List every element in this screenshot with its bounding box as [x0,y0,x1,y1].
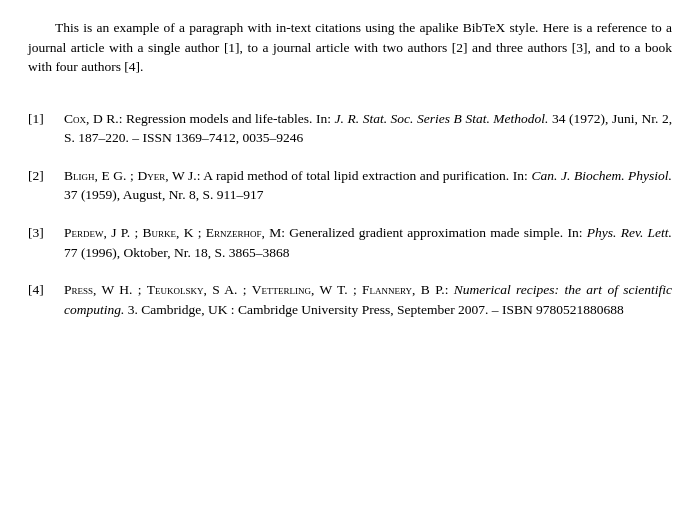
ref-title-prefix-4: : [445,282,454,297]
ref-journal-3: Phys. Rev. Lett. [587,225,672,240]
ref-journal-1: J. R. Stat. Soc. Series B Stat. Methodol… [335,111,549,126]
ref-entry-4: [4] Press, W H. ; Teukolsky, S A. ; Vett… [28,280,672,319]
ref-label-4: [4] [28,280,64,300]
ref-title-prefix-1: : Regression models and life-tables. In: [119,111,335,126]
ref-authors-3: Perdew, J P. ; Burke, K ; Ernzerhof, M [64,225,281,240]
ref-details-3: 77 (1996), Oktober, Nr. 18, S. 3865–3868 [64,245,290,260]
ref-content-1: Cox, D R.: Regression models and life-ta… [64,109,672,148]
abstract-paragraph: This is an example of a paragraph with i… [28,18,672,77]
ref-authors-4: Press, W H. ; Teukolsky, S A. ; Vetterli… [64,282,445,297]
ref-title-prefix-2: : A rapid method of total lipid extracti… [197,168,532,183]
ref-authors-2: Bligh, E G. ; Dyer, W J. [64,168,197,183]
ref-content-3: Perdew, J P. ; Burke, K ; Ernzerhof, M: … [64,223,672,262]
ref-details-4: 3. Cambridge, UK : Cambridge University … [124,302,623,317]
ref-entry-3: [3] Perdew, J P. ; Burke, K ; Ernzerhof,… [28,223,672,262]
ref-label-1: [1] [28,109,64,129]
ref-authors-1: Cox, D R. [64,111,119,126]
ref-details-2: 37 (1959), August, Nr. 8, S. 911–917 [64,187,263,202]
ref-label-3: [3] [28,223,64,243]
ref-label-2: [2] [28,166,64,186]
abstract-text: This is an example of a paragraph with i… [28,20,672,74]
ref-entry-1: [1] Cox, D R.: Regression models and lif… [28,109,672,148]
ref-content-4: Press, W H. ; Teukolsky, S A. ; Vetterli… [64,280,672,319]
ref-title-prefix-3: : Generalized gradient approximation mad… [281,225,587,240]
references-section: [1] Cox, D R.: Regression models and lif… [28,109,672,320]
ref-content-2: Bligh, E G. ; Dyer, W J.: A rapid method… [64,166,672,205]
ref-entry-2: [2] Bligh, E G. ; Dyer, W J.: A rapid me… [28,166,672,205]
ref-journal-2: Can. J. Biochem. Physiol. [531,168,672,183]
